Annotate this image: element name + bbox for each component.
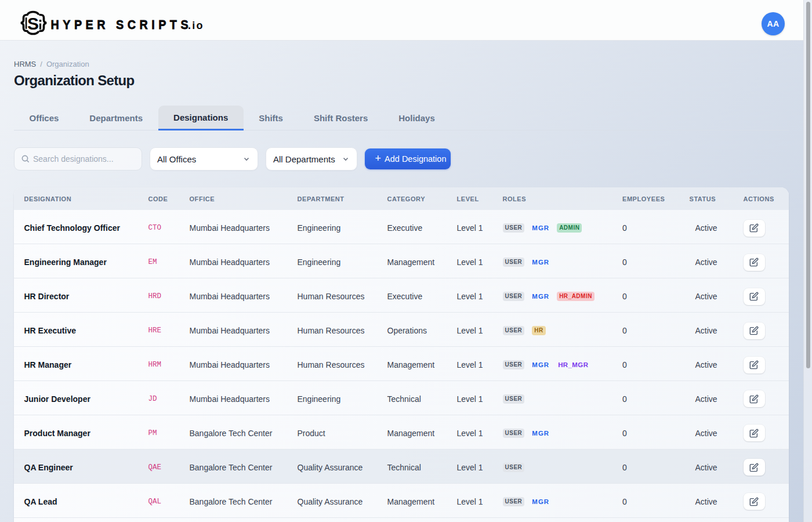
svg-text:HYPER SCRIPTS: HYPER SCRIPTS: [50, 17, 192, 31]
svg-text:S: S: [27, 14, 39, 33]
svg-text:.io: .io: [188, 20, 204, 31]
